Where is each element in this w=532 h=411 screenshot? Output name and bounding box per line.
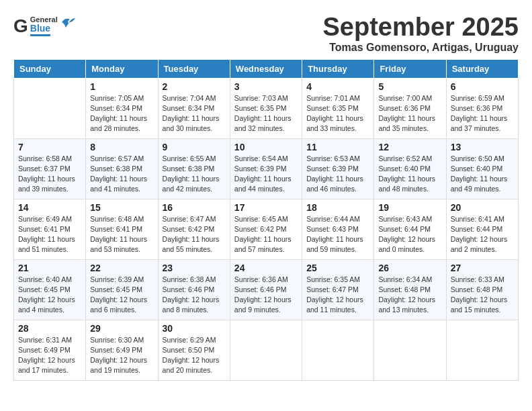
weekday-header: Thursday [302,59,374,78]
day-info: Sunrise: 6:50 AM Sunset: 6:40 PM Dayligh… [451,154,514,195]
calendar-cell: 14Sunrise: 6:49 AM Sunset: 6:41 PM Dayli… [14,199,86,259]
day-number: 28 [18,323,81,334]
day-number: 23 [163,263,226,273]
page-header: G General Blue September 2025 Tomas Gome… [13,13,519,54]
day-number: 16 [163,202,226,213]
day-info: Sunrise: 6:36 AM Sunset: 6:46 PM Dayligh… [234,275,298,316]
day-number: 15 [90,202,153,213]
calendar-cell [230,320,302,380]
logo-text-group: General Blue [30,16,58,36]
logo-bird-icon [60,15,75,32]
day-info: Sunrise: 7:03 AM Sunset: 6:35 PM Dayligh… [234,93,298,134]
day-number: 12 [378,142,441,152]
calendar-cell: 5Sunrise: 7:00 AM Sunset: 6:36 PM Daylig… [374,78,446,138]
weekday-header: Saturday [446,59,518,78]
calendar-cell: 21Sunrise: 6:40 AM Sunset: 6:45 PM Dayli… [14,259,86,320]
day-number: 21 [18,263,81,273]
weekday-header: Friday [374,59,446,78]
calendar-cell: 1Sunrise: 7:05 AM Sunset: 6:34 PM Daylig… [86,78,158,138]
day-info: Sunrise: 6:40 AM Sunset: 6:45 PM Dayligh… [18,275,81,316]
calendar-cell: 28Sunrise: 6:31 AM Sunset: 6:49 PM Dayli… [14,320,86,380]
day-number: 2 [163,81,226,92]
calendar-cell [374,320,446,380]
calendar-cell: 18Sunrise: 6:44 AM Sunset: 6:43 PM Dayli… [302,199,374,259]
day-info: Sunrise: 6:54 AM Sunset: 6:39 PM Dayligh… [234,154,298,195]
day-info: Sunrise: 6:43 AM Sunset: 6:44 PM Dayligh… [378,214,441,255]
day-number: 19 [378,202,441,213]
day-info: Sunrise: 6:59 AM Sunset: 6:36 PM Dayligh… [451,93,514,134]
day-number: 27 [451,263,514,273]
day-info: Sunrise: 6:44 AM Sunset: 6:43 PM Dayligh… [306,214,369,255]
day-number: 26 [378,263,441,273]
calendar-week-row: 14Sunrise: 6:49 AM Sunset: 6:41 PM Dayli… [14,199,519,259]
day-number: 24 [234,263,298,273]
calendar-header-row: SundayMondayTuesdayWednesdayThursdayFrid… [14,59,519,78]
calendar-cell: 16Sunrise: 6:47 AM Sunset: 6:42 PM Dayli… [158,199,230,259]
logo: G General Blue [13,16,75,36]
calendar-week-row: 7Sunrise: 6:58 AM Sunset: 6:37 PM Daylig… [14,138,519,199]
logo-g-letter: G [13,17,28,36]
calendar-cell: 11Sunrise: 6:53 AM Sunset: 6:39 PM Dayli… [302,138,374,199]
calendar-cell: 22Sunrise: 6:39 AM Sunset: 6:45 PM Dayli… [86,259,158,320]
day-number: 29 [90,323,153,334]
day-number: 10 [234,142,298,152]
day-number: 3 [234,81,298,92]
calendar-cell: 26Sunrise: 6:34 AM Sunset: 6:48 PM Dayli… [374,259,446,320]
calendar-cell: 25Sunrise: 6:35 AM Sunset: 6:47 PM Dayli… [302,259,374,320]
calendar-cell: 23Sunrise: 6:38 AM Sunset: 6:46 PM Dayli… [158,259,230,320]
day-info: Sunrise: 6:34 AM Sunset: 6:48 PM Dayligh… [378,275,441,316]
day-info: Sunrise: 6:41 AM Sunset: 6:44 PM Dayligh… [451,214,514,255]
calendar-cell: 4Sunrise: 7:01 AM Sunset: 6:35 PM Daylig… [302,78,374,138]
day-number: 17 [234,202,298,213]
calendar-week-row: 21Sunrise: 6:40 AM Sunset: 6:45 PM Dayli… [14,259,519,320]
day-info: Sunrise: 6:38 AM Sunset: 6:46 PM Dayligh… [163,275,226,316]
day-number: 9 [163,142,226,152]
day-number: 6 [451,81,514,92]
day-number: 20 [451,202,514,213]
calendar-cell [302,320,374,380]
calendar-cell: 19Sunrise: 6:43 AM Sunset: 6:44 PM Dayli… [374,199,446,259]
calendar-cell: 9Sunrise: 6:55 AM Sunset: 6:38 PM Daylig… [158,138,230,199]
day-number: 13 [451,142,514,152]
day-info: Sunrise: 6:49 AM Sunset: 6:41 PM Dayligh… [18,214,81,255]
calendar-week-row: 28Sunrise: 6:31 AM Sunset: 6:49 PM Dayli… [14,320,519,380]
day-number: 25 [306,263,369,273]
calendar-cell: 20Sunrise: 6:41 AM Sunset: 6:44 PM Dayli… [446,199,518,259]
day-info: Sunrise: 6:48 AM Sunset: 6:41 PM Dayligh… [90,214,153,255]
calendar-cell: 2Sunrise: 7:04 AM Sunset: 6:34 PM Daylig… [158,78,230,138]
day-info: Sunrise: 6:57 AM Sunset: 6:38 PM Dayligh… [90,154,153,195]
calendar-cell: 10Sunrise: 6:54 AM Sunset: 6:39 PM Dayli… [230,138,302,199]
day-info: Sunrise: 6:29 AM Sunset: 6:50 PM Dayligh… [163,335,226,376]
day-number: 8 [90,142,153,152]
calendar-cell: 7Sunrise: 6:58 AM Sunset: 6:37 PM Daylig… [14,138,86,199]
day-info: Sunrise: 6:53 AM Sunset: 6:39 PM Dayligh… [306,154,369,195]
day-number: 30 [163,323,226,334]
weekday-header: Tuesday [158,59,230,78]
calendar-cell: 15Sunrise: 6:48 AM Sunset: 6:41 PM Dayli… [86,199,158,259]
day-info: Sunrise: 7:05 AM Sunset: 6:34 PM Dayligh… [90,93,153,134]
logo-blue: Blue [30,24,50,36]
day-number: 11 [306,142,369,152]
calendar-cell: 30Sunrise: 6:29 AM Sunset: 6:50 PM Dayli… [158,320,230,380]
month-title: September 2025 [323,13,519,42]
calendar-cell: 12Sunrise: 6:52 AM Sunset: 6:40 PM Dayli… [374,138,446,199]
day-info: Sunrise: 6:30 AM Sunset: 6:49 PM Dayligh… [90,335,153,376]
day-info: Sunrise: 6:33 AM Sunset: 6:48 PM Dayligh… [451,275,514,316]
day-info: Sunrise: 6:31 AM Sunset: 6:49 PM Dayligh… [18,335,81,376]
day-number: 7 [18,142,81,152]
day-info: Sunrise: 6:55 AM Sunset: 6:38 PM Dayligh… [163,154,226,195]
day-info: Sunrise: 7:01 AM Sunset: 6:35 PM Dayligh… [306,93,369,134]
location-title: Tomas Gomensoro, Artigas, Uruguay [323,42,519,54]
calendar-cell: 6Sunrise: 6:59 AM Sunset: 6:36 PM Daylig… [446,78,518,138]
weekday-header: Sunday [14,59,86,78]
day-info: Sunrise: 6:47 AM Sunset: 6:42 PM Dayligh… [163,214,226,255]
calendar-cell: 27Sunrise: 6:33 AM Sunset: 6:48 PM Dayli… [446,259,518,320]
day-info: Sunrise: 6:39 AM Sunset: 6:45 PM Dayligh… [90,275,153,316]
calendar-cell [14,78,86,138]
day-number: 22 [90,263,153,273]
calendar-cell: 13Sunrise: 6:50 AM Sunset: 6:40 PM Dayli… [446,138,518,199]
day-number: 4 [306,81,369,92]
calendar-week-row: 1Sunrise: 7:05 AM Sunset: 6:34 PM Daylig… [14,78,519,138]
title-section: September 2025 Tomas Gomensoro, Artigas,… [323,13,519,54]
calendar-cell: 29Sunrise: 6:30 AM Sunset: 6:49 PM Dayli… [86,320,158,380]
